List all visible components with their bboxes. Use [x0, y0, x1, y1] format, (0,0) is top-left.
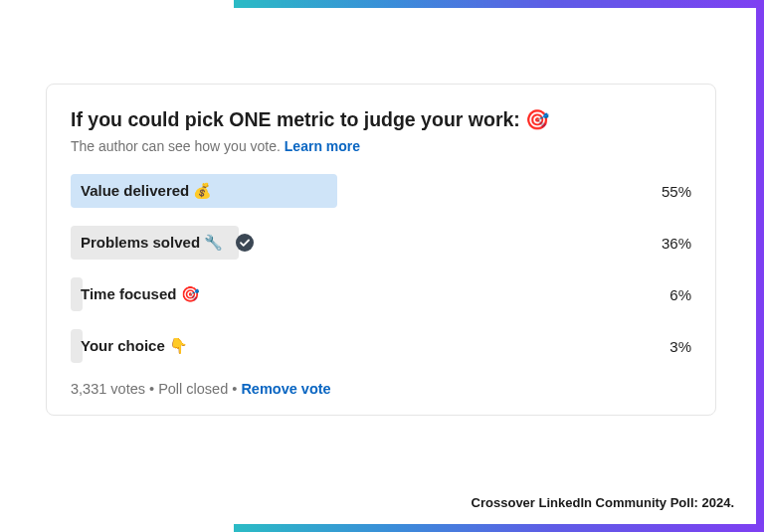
- poll-option-left: Value delivered 💰: [71, 174, 650, 208]
- poll-card: If you could pick ONE metric to judge yo…: [46, 84, 716, 416]
- poll-option-left: Problems solved 🔧: [71, 226, 650, 260]
- poll-option[interactable]: Value delivered 💰 55%: [71, 174, 691, 208]
- decorative-gradient-bottom: [234, 524, 764, 532]
- poll-option-left: Your choice 👇: [71, 329, 658, 363]
- poll-vote-count: 3,331 votes: [71, 381, 145, 397]
- poll-option-label: Your choice 👇: [71, 337, 188, 355]
- poll-footer: 3,331 votes • Poll closed • Remove vote: [71, 381, 691, 397]
- attribution-text: Crossover LinkedIn Community Poll: 2024.: [472, 495, 734, 510]
- decorative-gradient-top: [234, 0, 764, 8]
- voted-check-icon: [235, 233, 255, 253]
- poll-option[interactable]: Your choice 👇 3%: [71, 329, 691, 363]
- poll-option-label: Value delivered 💰: [71, 182, 212, 200]
- poll-option-label: Problems solved 🔧: [71, 234, 223, 252]
- poll-option-percent: 36%: [650, 235, 691, 252]
- poll-option-label: Time focused 🎯: [71, 285, 200, 303]
- separator: •: [149, 381, 158, 397]
- poll-option-percent: 6%: [658, 286, 691, 303]
- poll-disclosure: The author can see how you vote.: [71, 138, 281, 154]
- poll-option-percent: 3%: [658, 338, 691, 355]
- remove-vote-link[interactable]: Remove vote: [241, 381, 330, 397]
- poll-option[interactable]: Problems solved 🔧 36%: [71, 226, 691, 260]
- poll-status: Poll closed: [158, 381, 228, 397]
- decorative-gradient-right: [756, 0, 764, 532]
- learn-more-link[interactable]: Learn more: [285, 138, 360, 154]
- poll-option-left: Time focused 🎯: [71, 277, 658, 311]
- poll-option[interactable]: Time focused 🎯 6%: [71, 277, 691, 311]
- poll-option-percent: 55%: [650, 183, 691, 200]
- poll-question: If you could pick ONE metric to judge yo…: [71, 106, 691, 132]
- svg-point-0: [236, 234, 254, 252]
- poll-subtext: The author can see how you vote. Learn m…: [71, 138, 691, 154]
